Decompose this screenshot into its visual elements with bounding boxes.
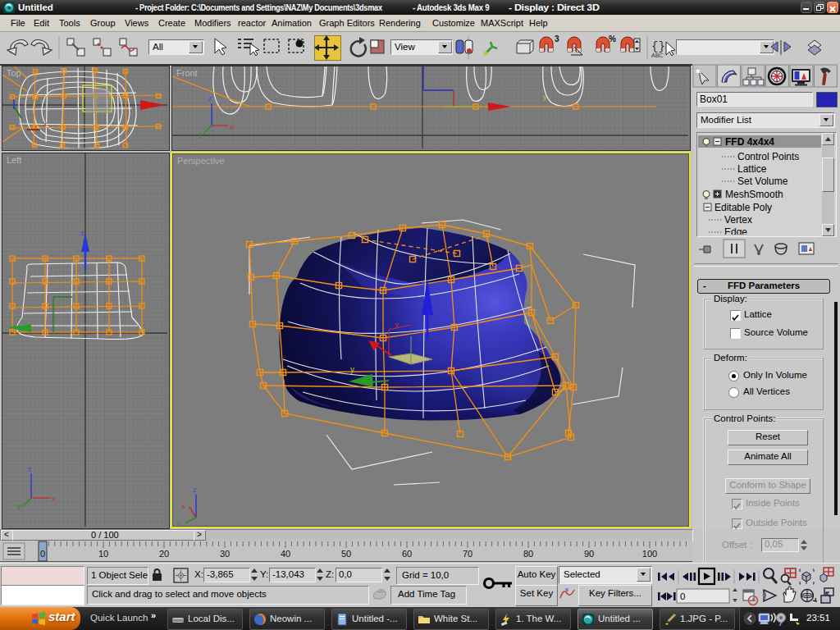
svg-text:Control Points: Control Points	[737, 151, 799, 162]
svg-text:x: x	[230, 123, 234, 131]
svg-text:y: y	[176, 519, 180, 526]
svg-text:y: y	[17, 502, 21, 510]
svg-text:ABC: ABC	[651, 52, 663, 58]
svg-text:x: x	[52, 495, 56, 503]
svg-text:x: x	[43, 120, 48, 128]
svg-text:z: z	[28, 465, 32, 473]
svg-text:60: 60	[402, 549, 412, 559]
svg-text:20: 20	[159, 549, 169, 559]
svg-text:z: z	[208, 94, 212, 103]
svg-text:z: z	[421, 280, 425, 289]
svg-text:FFD 4x4x4: FFD 4x4x4	[725, 136, 774, 148]
svg-text:100: 100	[642, 549, 657, 559]
svg-text:{}: {}	[651, 40, 665, 53]
svg-text:80: 80	[523, 549, 533, 559]
svg-text:50: 50	[341, 549, 351, 559]
svg-text:Editable Poly: Editable Poly	[714, 202, 772, 213]
svg-text:Vertex: Vertex	[724, 214, 752, 226]
svg-text:30: 30	[220, 549, 230, 559]
svg-text:40: 40	[281, 549, 290, 559]
svg-text:x: x	[395, 321, 399, 330]
svg-text:0: 0	[40, 549, 45, 559]
svg-text:3: 3	[555, 34, 559, 43]
svg-text:70: 70	[463, 549, 472, 559]
svg-text:y: y	[350, 365, 354, 374]
svg-text:z: z	[193, 486, 197, 494]
svg-text:Lattice: Lattice	[737, 163, 767, 175]
svg-text:y: y	[543, 93, 547, 101]
svg-text:z: z	[80, 229, 84, 237]
svg-text:y: y	[198, 130, 202, 139]
svg-text:Set Volume: Set Volume	[737, 176, 788, 187]
svg-text:x: x	[181, 502, 185, 510]
svg-text:90: 90	[584, 549, 594, 559]
svg-text:10: 10	[98, 549, 108, 559]
svg-text:Edge: Edge	[724, 226, 747, 235]
svg-text:0: 0	[680, 591, 685, 601]
svg-text:%: %	[609, 34, 616, 43]
svg-text:MeshSmooth: MeshSmooth	[725, 189, 783, 200]
